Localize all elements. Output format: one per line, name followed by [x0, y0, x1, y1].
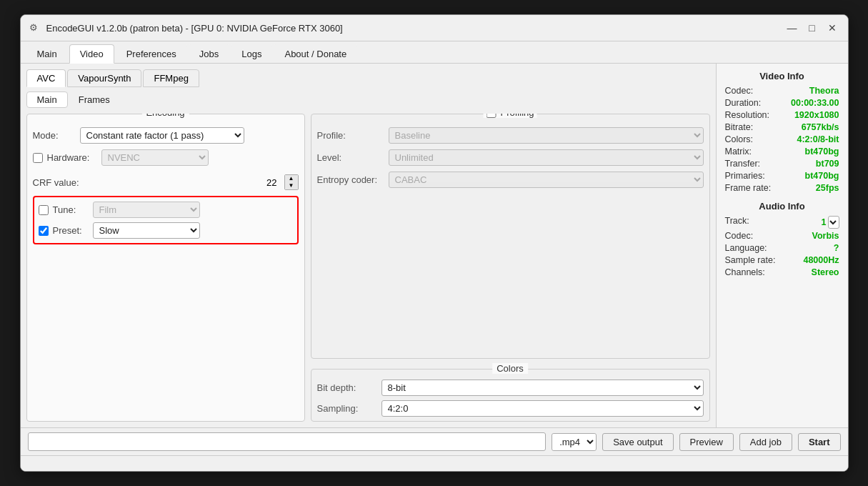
format-select-wrap: .mp4 .mkv .avi	[552, 433, 597, 451]
entropy-select[interactable]: CABAC	[389, 172, 704, 188]
start-button[interactable]: Start	[798, 433, 841, 451]
preset-select[interactable]: Slow	[93, 222, 200, 239]
level-row: Level: Unlimited	[317, 149, 704, 166]
crf-spinner[interactable]: ▲ ▼	[284, 174, 299, 190]
codec-tab-ffmpeg[interactable]: FFMpeg	[143, 69, 199, 87]
tune-preset-box: Tune: Film Preset: Slow	[33, 196, 299, 244]
primaries-val: bt470bg	[805, 171, 839, 181]
matrix-val: bt470bg	[805, 147, 839, 157]
audio-codec-val: Vorbis	[812, 231, 839, 241]
mode-label: Mode:	[33, 130, 76, 141]
codec-tabs: AVC VapourSynth FFMpeg	[26, 69, 710, 87]
left-panel: AVC VapourSynth FFMpeg Main Frames Encod…	[21, 64, 716, 427]
colors-row: Colors: 4:2:0/8-bit	[725, 134, 839, 144]
colors-section: Colors Bit depth: 8-bit Sampling: 4:2:0	[311, 369, 710, 422]
tab-main[interactable]: Main	[26, 44, 68, 63]
bitrate-key: Bitrate:	[725, 122, 754, 132]
bitrate-row: Bitrate: 6757kb/s	[725, 122, 839, 132]
profiling-checkbox[interactable]	[487, 114, 497, 118]
tab-logs[interactable]: Logs	[231, 44, 272, 63]
format-select[interactable]: .mp4 .mkv .avi	[552, 434, 596, 450]
language-row: Language: ?	[725, 243, 839, 253]
maximize-button[interactable]: □	[805, 21, 819, 35]
frame-rate-val: 25fps	[816, 183, 839, 193]
primaries-row: Primaries: bt470bg	[725, 171, 839, 181]
bit-depth-select[interactable]: 8-bit	[381, 380, 704, 396]
sub-tabs: Main Frames	[26, 91, 710, 108]
audio-track-val: 1 1	[822, 216, 839, 229]
profiling-title: Profiling	[501, 114, 534, 118]
tab-preferences[interactable]: Preferences	[116, 44, 187, 63]
preview-button[interactable]: Preview	[679, 433, 734, 451]
window-title: EncodeGUI v1.2.0b (patron beta) - [GPU 0…	[46, 23, 343, 34]
sampling-row: Sampling: 4:2:0	[317, 400, 704, 417]
resolution-row: Resolution: 1920x1080	[725, 110, 839, 120]
preset-row: Preset: Slow	[39, 222, 293, 239]
hardware-select[interactable]: NVENC	[101, 149, 209, 166]
bit-depth-label: Bit depth:	[317, 382, 374, 393]
resolution-key: Resolution:	[725, 110, 770, 120]
hardware-checkbox[interactable]	[33, 153, 43, 163]
hardware-label: Hardware:	[47, 152, 97, 163]
audio-track-select[interactable]: 1	[828, 216, 839, 229]
duration-val: 00:00:33.00	[791, 98, 839, 108]
audio-codec-key: Codec:	[725, 231, 754, 241]
save-output-button[interactable]: Save output	[602, 433, 673, 451]
crf-down-button[interactable]: ▼	[285, 182, 298, 189]
window-controls: — □ ✕	[785, 21, 839, 35]
transfer-val: bt709	[816, 159, 839, 169]
codec-tab-vapoursynth[interactable]: VapourSynth	[67, 69, 141, 87]
info-panel: Video Info Codec: Theora Duration: 00:00…	[716, 64, 848, 427]
audio-track-num: 1	[822, 217, 827, 227]
right-section: Profiling Profile: Baseline Level:	[311, 114, 710, 422]
output-path-input[interactable]	[28, 432, 547, 451]
sub-tab-main[interactable]: Main	[26, 91, 68, 108]
language-val: ?	[834, 243, 839, 253]
main-tabs: Main Video Preferences Jobs Logs About /…	[21, 41, 848, 64]
tune-checkbox[interactable]	[39, 205, 49, 215]
codec-tab-avc[interactable]: AVC	[26, 69, 66, 87]
profile-select[interactable]: Baseline	[389, 127, 704, 144]
channels-row: Channels: Stereo	[725, 267, 839, 277]
status-bar	[21, 455, 848, 471]
mode-select[interactable]: Constant rate factor (1 pass)	[80, 127, 244, 144]
bit-depth-row: Bit depth: 8-bit	[317, 380, 704, 396]
close-button[interactable]: ✕	[825, 21, 839, 35]
encoding-box-title: Encoding	[141, 114, 189, 118]
sample-rate-row: Sample rate: 48000Hz	[725, 255, 839, 265]
preset-checkbox[interactable]	[39, 226, 49, 236]
crf-label: CRF value:	[33, 177, 79, 188]
main-window: ⚙ EncodeGUI v1.2.0b (patron beta) - [GPU…	[20, 14, 849, 472]
profile-row: Profile: Baseline	[317, 127, 704, 144]
language-key: Language:	[725, 243, 767, 253]
app-icon: ⚙	[29, 22, 41, 34]
sample-rate-key: Sample rate:	[725, 255, 776, 265]
preset-label: Preset:	[53, 225, 89, 236]
crf-row: CRF value: 22 ▲ ▼	[33, 174, 299, 190]
crf-value: 22	[266, 177, 276, 188]
tab-video[interactable]: Video	[69, 44, 114, 64]
hardware-row: Hardware: NVENC	[33, 149, 299, 166]
sample-rate-val: 48000Hz	[803, 255, 839, 265]
colors-title: Colors	[492, 363, 528, 374]
minimize-button[interactable]: —	[785, 21, 799, 35]
tab-about-donate[interactable]: About / Donate	[274, 44, 357, 63]
audio-track-key: Track:	[725, 216, 749, 229]
sub-tab-frames[interactable]: Frames	[68, 91, 121, 108]
profiling-header: Profiling	[484, 114, 537, 118]
sampling-select[interactable]: 4:2:0	[381, 400, 704, 417]
tune-label: Tune:	[53, 204, 89, 215]
audio-track-row: Track: 1 1	[725, 216, 839, 229]
crf-up-button[interactable]: ▲	[285, 175, 298, 182]
add-job-button[interactable]: Add job	[739, 433, 792, 451]
profile-label: Profile:	[317, 130, 381, 141]
tune-select[interactable]: Film	[93, 202, 200, 218]
level-select[interactable]: Unlimited	[389, 149, 704, 166]
duration-row: Duration: 00:00:33.00	[725, 98, 839, 108]
frame-rate-key: Frame rate:	[725, 183, 772, 193]
tab-jobs[interactable]: Jobs	[189, 44, 229, 63]
level-label: Level:	[317, 152, 381, 163]
entropy-label: Entropy coder:	[317, 174, 381, 185]
audio-codec-row: Codec: Vorbis	[725, 231, 839, 241]
transfer-row: Transfer: bt709	[725, 159, 839, 169]
